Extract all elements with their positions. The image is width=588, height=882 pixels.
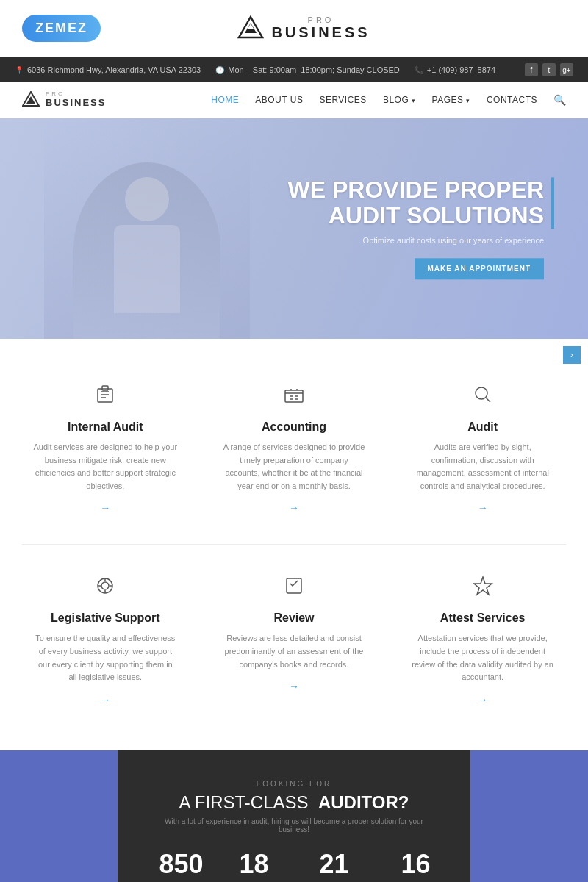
- looking-label: LOOKING FOR: [257, 780, 331, 788]
- stats-row: 850 TRUSTED CLIENTS 18 AWARDS 21 YEARS O…: [154, 851, 434, 882]
- service-card-audit: Audit Audits are verified by sight, conf…: [399, 368, 566, 529]
- address-info: 📍 6036 Richmond Hwy, Alexandria, VA USA …: [15, 65, 201, 74]
- nav-logo-icon: [22, 91, 40, 109]
- location-icon: 📍: [15, 66, 24, 74]
- services-row-2: Legislative Support To ensure the qualit…: [22, 559, 566, 720]
- svg-marker-2: [248, 24, 254, 29]
- accounting-icon: [222, 383, 367, 412]
- svg-rect-11: [287, 578, 301, 593]
- hero-subtitle: Optimize audit costs using our years of …: [288, 237, 545, 245]
- hero-content: WE PROVIDE PROPER AUDIT SOLUTIONS Optimi…: [288, 177, 545, 279]
- pages-dropdown-icon: ▾: [466, 97, 470, 104]
- twitter-icon[interactable]: t: [542, 63, 556, 76]
- service-card-internal-audit: Internal Audit Audit services are design…: [22, 368, 189, 529]
- stat-awards: 18 AWARDS: [237, 851, 270, 882]
- service-arrow-attest[interactable]: →: [478, 694, 488, 706]
- stats-wrapper: LOOKING FOR A FIRST-CLASS AUDITOR? With …: [0, 750, 588, 882]
- review-icon: [222, 574, 367, 603]
- googleplus-icon[interactable]: g+: [560, 63, 573, 76]
- nav-services[interactable]: SERVICES: [319, 95, 366, 105]
- phone-icon: 📞: [415, 66, 423, 74]
- accent-line: [551, 177, 554, 229]
- navigation: PRO BUSINESS HOME ABOUT US SERVICES BLOG…: [0, 82, 588, 118]
- stat-years: 21 YEARS OF EXPERIENCE: [300, 851, 368, 882]
- service-desc-legislative: To ensure the quality and effectiveness …: [33, 632, 178, 684]
- stats-bg-left: [0, 750, 118, 882]
- stats-dark-box: LOOKING FOR A FIRST-CLASS AUDITOR? With …: [118, 750, 470, 882]
- stat-experts: 16 EXPERTS: [398, 851, 434, 882]
- brand-logo: PRO BUSINESS: [237, 15, 370, 42]
- svg-rect-6: [102, 386, 108, 390]
- service-title-internal-audit: Internal Audit: [33, 420, 178, 434]
- nav-blog[interactable]: BLOG ▾: [383, 95, 416, 105]
- service-desc-review: Reviews are less detailed and consist pr…: [222, 632, 367, 671]
- top-bar: 📍 6036 Richmond Hwy, Alexandria, VA USA …: [0, 57, 588, 82]
- service-card-legislative: Legislative Support To ensure the qualit…: [22, 559, 189, 720]
- svg-rect-7: [285, 390, 303, 402]
- audit-icon: [410, 383, 555, 412]
- svg-point-8: [476, 387, 487, 399]
- auditor-title: A FIRST-CLASS AUDITOR?: [179, 792, 409, 813]
- auditor-subtitle: With a lot of experience in audit, hirin…: [154, 817, 434, 833]
- zemez-logo[interactable]: ZEMEZ: [22, 15, 101, 42]
- nav-brand-name: BUSINESS: [46, 97, 106, 108]
- internal-audit-icon: [33, 383, 178, 412]
- scroll-right-button[interactable]: ›: [563, 346, 581, 364]
- svg-point-10: [101, 582, 109, 589]
- legislative-icon: [33, 574, 178, 603]
- service-desc-attest: Attestation services that we provide, in…: [410, 632, 555, 684]
- nav-home[interactable]: HOME: [211, 95, 239, 105]
- service-desc-internal-audit: Audit services are designed to help your…: [33, 441, 178, 492]
- service-arrow-review[interactable]: →: [289, 681, 299, 692]
- service-desc-accounting: A range of services designed to provide …: [222, 441, 367, 492]
- phone-info: 📞 +1 (409) 987–5874: [415, 65, 495, 74]
- service-arrow-legislative[interactable]: →: [100, 694, 110, 706]
- service-title-accounting: Accounting: [222, 420, 367, 434]
- hero-cta-button[interactable]: MAKE AN APPOINTMENT: [415, 259, 544, 280]
- service-card-accounting: Accounting A range of services designed …: [211, 368, 378, 529]
- brand-sub: PRO: [271, 15, 370, 24]
- stats-bg-right: [470, 750, 588, 882]
- blog-dropdown-icon: ▾: [412, 97, 416, 104]
- page-top-header: ZEMEZ PRO BUSINESS: [0, 0, 588, 57]
- facebook-icon[interactable]: f: [525, 63, 538, 76]
- clock-icon: 🕐: [215, 66, 224, 74]
- service-title-attest: Attest Services: [410, 612, 555, 625]
- stat-trusted-clients: 850 TRUSTED CLIENTS: [154, 851, 208, 882]
- brand-name: BUSINESS: [271, 24, 370, 41]
- search-icon[interactable]: 🔍: [553, 94, 566, 106]
- hours-info: 🕐 Mon – Sat: 9:00am–18:00pm; Sunday CLOS…: [215, 65, 400, 74]
- hero-section: WE PROVIDE PROPER AUDIT SOLUTIONS Optimi…: [0, 118, 588, 339]
- services-divider: [22, 544, 566, 545]
- service-title-review: Review: [222, 612, 367, 625]
- svg-marker-12: [474, 577, 492, 595]
- service-desc-audit: Audits are verified by sight, confirmati…: [410, 441, 555, 492]
- service-arrow-audit[interactable]: →: [478, 502, 488, 514]
- services-section: › Internal Audit Audit services are desi…: [0, 339, 588, 537]
- nav-contacts[interactable]: CONTACTS: [487, 95, 537, 105]
- service-title-audit: Audit: [410, 420, 555, 434]
- hero-title: WE PROVIDE PROPER AUDIT SOLUTIONS: [288, 177, 545, 229]
- nav-about[interactable]: ABOUT US: [255, 95, 303, 105]
- services-section-row2: Legislative Support To ensure the qualit…: [0, 552, 588, 750]
- service-title-legislative: Legislative Support: [33, 612, 178, 625]
- services-row-1: Internal Audit Audit services are design…: [22, 368, 566, 529]
- service-arrow-accounting[interactable]: →: [289, 502, 299, 514]
- nav-links: HOME ABOUT US SERVICES BLOG ▾ PAGES ▾ CO…: [211, 94, 566, 106]
- attest-icon: [410, 574, 555, 603]
- nav-logo: PRO BUSINESS: [22, 91, 106, 109]
- service-card-review: Review Reviews are less detailed and con…: [211, 559, 378, 720]
- hero-person: [44, 126, 250, 339]
- service-arrow-internal-audit[interactable]: →: [100, 502, 110, 514]
- service-card-attest: Attest Services Attestation services tha…: [399, 559, 566, 720]
- brand-icon: [237, 15, 264, 42]
- nav-pages[interactable]: PAGES ▾: [432, 95, 470, 105]
- social-links: f t g+: [525, 63, 573, 76]
